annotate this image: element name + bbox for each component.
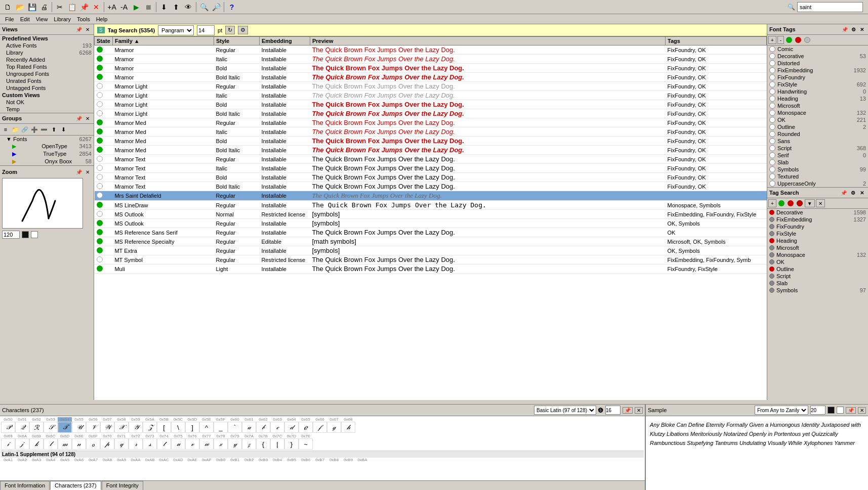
font-tag-item-1[interactable]: Decorative53 [767, 53, 868, 60]
table-row[interactable]: MramorRegularInstallableThe Quick Brown … [95, 46, 767, 55]
font-tag-item-16[interactable]: Slab [767, 159, 868, 166]
font-tags-pin[interactable]: 📌 [841, 25, 849, 33]
font-tag-item-14[interactable]: Script368 [767, 145, 868, 152]
char-g[interactable]: ℊ [327, 422, 341, 433]
font-tag-item-5[interactable]: FixStyle692 [767, 81, 868, 88]
char-u[interactable]: 𝓊 [171, 438, 185, 450]
table-row[interactable]: Mramor LightRegularInstallableThe Quick … [95, 82, 767, 91]
char-T-selected[interactable]: 𝒯 [58, 422, 72, 433]
view-ungrouped[interactable]: Ungrouped Fonts [0, 70, 94, 77]
char-bracket-close[interactable]: ] [185, 422, 199, 433]
char-e[interactable]: ℯ [299, 422, 313, 433]
font-tag-item-8[interactable]: Microsoft [767, 102, 868, 109]
tag-search-settings[interactable]: ⚙ [849, 189, 857, 197]
col-preview-header[interactable]: Preview [310, 37, 665, 46]
uninstall-button[interactable]: ⬆ [171, 2, 182, 13]
groups-btn-3[interactable]: 🔗 [20, 125, 29, 134]
char-d[interactable]: 𝒹 [284, 422, 299, 433]
groups-btn-6[interactable]: ⬆ [49, 125, 58, 134]
open-button[interactable]: 📂 [14, 2, 25, 13]
groups-btn-2[interactable]: 📁 [11, 125, 20, 134]
view-temp[interactable]: Temp [0, 106, 94, 113]
table-row[interactable]: MS LineDrawRegularInstallableThe Quick B… [95, 201, 767, 210]
char-W[interactable]: 𝒲 [100, 422, 114, 433]
char-V[interactable]: 𝒱 [86, 422, 100, 433]
views-tool-close[interactable]: ✕ [84, 25, 92, 33]
font-tag-item-13[interactable]: Sans [767, 138, 868, 145]
font-tag-item-6[interactable]: Handwriting0 [767, 88, 868, 95]
col-family-header[interactable]: Family ▲ [112, 37, 214, 46]
view-top-rated[interactable]: Top Rated Fonts [0, 63, 94, 70]
table-row[interactable]: Mramor TextItalicInstallableThe Quick Br… [95, 164, 767, 173]
font-tag-item-9[interactable]: Monospace132 [767, 109, 868, 116]
char-h[interactable]: 𝒽 [341, 422, 355, 433]
view-recently-added[interactable]: Recently Added [0, 56, 94, 63]
view-active-fonts[interactable]: Active Fonts 193 [0, 42, 94, 49]
table-row[interactable]: Mramor LightBold ItalicInstallableThe Qu… [95, 109, 767, 118]
group-truetype[interactable]: ▶ TrueType 2854 [0, 150, 94, 158]
table-row[interactable]: MuliLightInstallableThe Quick Brown Fox … [95, 264, 767, 274]
font-tag-item-19[interactable]: UppercaseOnly2 [767, 180, 868, 187]
chars-subset-select[interactable]: Basic Latin (97 of 128) [534, 406, 596, 415]
font-tags-settings[interactable]: ⚙ [849, 25, 857, 33]
table-row[interactable]: Mramor LightItalicInstallableThe Quick B… [95, 91, 767, 100]
char-m[interactable]: 𝓂 [58, 438, 72, 450]
char-f[interactable]: 𝒻 [313, 422, 327, 433]
sample-size-input[interactable] [810, 406, 825, 415]
chars-size-input[interactable] [605, 406, 621, 415]
font-tag-item-4[interactable]: FixFoundry [767, 74, 868, 81]
menu-edit[interactable]: Edit [17, 16, 33, 23]
groups-tool-pin[interactable]: 📌 [75, 114, 83, 122]
table-row[interactable]: MS OutlookNormalRestricted license[symbo… [95, 210, 767, 219]
menu-help[interactable]: Help [93, 16, 111, 23]
char-l[interactable]: 𝓁 [44, 438, 58, 450]
help-button[interactable]: ? [226, 2, 237, 13]
char-S[interactable]: 𝒮 [44, 422, 58, 433]
char-a[interactable]: 𝒶 [242, 422, 256, 433]
char-underscore[interactable]: _ [214, 422, 228, 433]
tag-search-item-6[interactable]: Monospace132 [767, 251, 868, 258]
col-tags-header[interactable]: Tags [666, 37, 767, 46]
groups-btn-7[interactable]: ⬇ [59, 125, 68, 134]
table-row[interactable]: Mramor LightBoldInstallableThe Quick Bro… [95, 100, 767, 109]
char-x[interactable]: 𝓍 [214, 438, 228, 450]
groups-btn-5[interactable]: ➖ [39, 125, 49, 134]
table-row[interactable]: Mramor MedBoldInstallableThe Quick Brown… [95, 137, 767, 146]
zoom-close[interactable]: ✕ [84, 168, 92, 176]
tag-add-btn[interactable]: + [768, 36, 776, 44]
groups-btn-1[interactable]: ≡ [1, 125, 10, 134]
chars-close[interactable]: ✕ [635, 407, 643, 414]
char-k[interactable]: 𝓀 [29, 438, 44, 450]
groups-btn-4[interactable]: ➕ [30, 125, 39, 134]
zoom-in-button[interactable]: 🔍 [198, 2, 210, 13]
char-backslash[interactable]: \ [171, 422, 185, 433]
table-row[interactable]: MramorItalicInstallableThe Quick Brown F… [95, 55, 767, 64]
char-i[interactable]: 𝒾 [1, 438, 15, 450]
copy-button[interactable]: 📋 [66, 2, 77, 13]
view-library[interactable]: Library 6268 [0, 49, 94, 56]
table-row[interactable]: Mramor MedRegularInstallableThe Quick Br… [95, 118, 767, 127]
table-row[interactable]: MramorBold ItalicInstallableThe Quick Br… [95, 73, 767, 82]
tag-search-close[interactable]: ✕ [858, 189, 866, 197]
preview-size-input[interactable] [197, 25, 215, 35]
char-caret[interactable]: ^ [199, 422, 214, 433]
tag-search-clear[interactable]: ✕ [816, 199, 825, 207]
col-state-header[interactable]: State [95, 37, 113, 46]
char-bracket-open[interactable]: [ [157, 422, 171, 433]
font-tag-item-17[interactable]: Symbols99 [767, 166, 868, 173]
char-b[interactable]: 𝒷 [256, 422, 270, 433]
remove-font-button[interactable]: -A [118, 2, 130, 13]
tag-search-item-11[interactable]: Symbols97 [767, 287, 868, 294]
char-P[interactable]: 𝒫 [1, 422, 15, 433]
char-q[interactable]: 𝓆 [114, 438, 129, 450]
table-row[interactable]: MT SymbolRegularRestricted licenseThe Qu… [95, 255, 767, 264]
zoom-out-button[interactable]: 🔎 [211, 2, 222, 13]
char-tilde[interactable]: ~ [299, 438, 313, 450]
char-brace-close[interactable]: } [284, 438, 299, 450]
deactivate-button[interactable]: ⏹ [143, 2, 154, 13]
font-tag-item-18[interactable]: Textured [767, 173, 868, 180]
char-y[interactable]: 𝓎 [228, 438, 242, 450]
font-tags-close[interactable]: ✕ [858, 25, 866, 33]
table-row[interactable]: MS Reference SpecialtyRegularEditable[ma… [95, 237, 767, 246]
top-search-input[interactable] [797, 2, 863, 12]
